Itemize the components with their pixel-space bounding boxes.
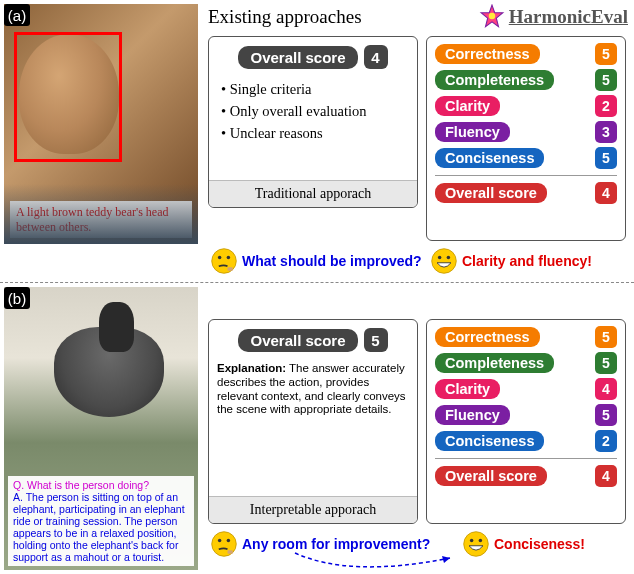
divider xyxy=(435,458,617,459)
criterion-label: Fluency xyxy=(435,122,510,142)
svg-point-8 xyxy=(438,256,442,260)
qa-box: Q. What is the person doing? A. The pers… xyxy=(8,476,194,566)
svg-point-16 xyxy=(479,539,483,543)
criterion-score: 3 xyxy=(595,121,617,143)
criterion-score: 5 xyxy=(595,69,617,91)
criterion-score: 5 xyxy=(595,352,617,374)
harmonic-card-a: Correctness5Completeness5Clarity2Fluency… xyxy=(426,36,626,241)
overall-label: Overall score xyxy=(435,183,547,203)
harmoniceval-header: HarmonicEval xyxy=(479,4,628,30)
panel-b: Q. What is the person doing? A. The pers… xyxy=(0,283,634,574)
criterion-row: Completeness5 xyxy=(435,352,617,374)
svg-rect-6 xyxy=(228,267,233,271)
svg-point-15 xyxy=(470,539,474,543)
panel-a: A light brown teddy bear's head between … xyxy=(0,0,634,283)
criterion-score: 5 xyxy=(595,404,617,426)
explanation-label: Explanation: xyxy=(217,362,286,374)
overall-score: 4 xyxy=(595,465,617,487)
harmonic-card-b: Correctness5Completeness5Clarity4Fluency… xyxy=(426,319,626,524)
svg-point-7 xyxy=(432,249,457,274)
overall-row: Overall score4 xyxy=(435,182,617,204)
question-row-a: What should be improved? xyxy=(210,247,422,275)
criterion-label: Conciseness xyxy=(435,431,544,451)
svg-point-2 xyxy=(488,13,495,20)
criterion-row: Clarity4 xyxy=(435,378,617,400)
criterion-row: Completeness5 xyxy=(435,69,617,91)
header-row: Existing approaches HarmonicEval xyxy=(208,2,628,32)
divider xyxy=(435,175,617,176)
overall-row: Overall score 5 xyxy=(209,320,417,358)
criterion-score: 2 xyxy=(595,430,617,452)
svg-point-9 xyxy=(447,256,451,260)
answer-text-b: Conciseness! xyxy=(494,536,585,552)
criterion-score: 5 xyxy=(595,43,617,65)
criterion-label: Correctness xyxy=(435,327,540,347)
bounding-box xyxy=(14,32,122,162)
criterion-score: 4 xyxy=(595,378,617,400)
criterion-row: Conciseness2 xyxy=(435,430,617,452)
grin-icon xyxy=(430,247,458,275)
svg-point-14 xyxy=(464,532,489,557)
panel-tag-b: (b) xyxy=(4,287,30,309)
caption-text-a: A light brown teddy bear's head between … xyxy=(10,201,192,238)
svg-marker-17 xyxy=(442,556,450,563)
harmoniceval-title: HarmonicEval xyxy=(509,6,628,28)
traditional-footer: Traditional apporach xyxy=(209,180,417,207)
svg-point-4 xyxy=(218,256,222,260)
interpretable-footer: Interpretable apporach xyxy=(209,496,417,523)
bullet-list: Single criteria Only overall evaluation … xyxy=(209,75,417,148)
answer-row-a: Clarity and fluency! xyxy=(430,247,592,275)
star-icon xyxy=(479,4,505,30)
interpretable-card: Overall score 5 Explanation: The answer … xyxy=(208,319,418,524)
svg-point-11 xyxy=(218,539,222,543)
answer-row-b: Conciseness! xyxy=(462,530,585,558)
criterion-score: 2 xyxy=(595,95,617,117)
criteria-list-a: Correctness5Completeness5Clarity2Fluency… xyxy=(427,37,625,210)
example-image-a: A light brown teddy bear's head between … xyxy=(4,4,198,244)
overall-score: 4 xyxy=(364,45,388,69)
overall-label: Overall score xyxy=(238,329,357,352)
existing-approaches-header: Existing approaches xyxy=(208,6,362,28)
explanation-box: Explanation: The answer accurately descr… xyxy=(209,358,417,421)
overall-label: Overall score xyxy=(435,466,547,486)
criterion-label: Clarity xyxy=(435,379,500,399)
overall-row: Overall score 4 xyxy=(209,37,417,75)
thinking-icon xyxy=(210,530,238,558)
panel-tag-a: (a) xyxy=(4,4,30,26)
criterion-row: Correctness5 xyxy=(435,326,617,348)
qa-question: Q. What is the person doing? xyxy=(13,479,189,491)
svg-rect-13 xyxy=(228,550,233,554)
criterion-row: Correctness5 xyxy=(435,43,617,65)
example-image-b: Q. What is the person doing? A. The pers… xyxy=(4,287,198,570)
thinking-icon xyxy=(210,247,238,275)
criterion-row: Fluency3 xyxy=(435,121,617,143)
criterion-score: 5 xyxy=(595,326,617,348)
criterion-score: 5 xyxy=(595,147,617,169)
bullet-item: Unclear reasons xyxy=(221,123,405,145)
dashed-arrow xyxy=(290,548,460,572)
overall-score: 5 xyxy=(364,328,388,352)
traditional-card: Overall score 4 Single criteria Only ove… xyxy=(208,36,418,208)
criteria-list-b: Correctness5Completeness5Clarity4Fluency… xyxy=(427,320,625,493)
criterion-label: Conciseness xyxy=(435,148,544,168)
criterion-label: Clarity xyxy=(435,96,500,116)
grin-icon xyxy=(462,530,490,558)
overall-label: Overall score xyxy=(238,46,357,69)
criterion-row: Fluency5 xyxy=(435,404,617,426)
criterion-row: Clarity2 xyxy=(435,95,617,117)
svg-point-12 xyxy=(227,539,231,543)
criterion-label: Completeness xyxy=(435,70,554,90)
question-text-a: What should be improved? xyxy=(242,253,422,269)
svg-point-5 xyxy=(227,256,231,260)
qa-answer: A. The person is sitting on top of an el… xyxy=(13,491,189,563)
criterion-row: Conciseness5 xyxy=(435,147,617,169)
criterion-label: Correctness xyxy=(435,44,540,64)
criterion-label: Completeness xyxy=(435,353,554,373)
bullet-item: Single criteria xyxy=(221,79,405,101)
criterion-label: Fluency xyxy=(435,405,510,425)
answer-text-a: Clarity and fluency! xyxy=(462,253,592,269)
overall-row: Overall score4 xyxy=(435,465,617,487)
overall-score: 4 xyxy=(595,182,617,204)
bullet-item: Only overall evaluation xyxy=(221,101,405,123)
